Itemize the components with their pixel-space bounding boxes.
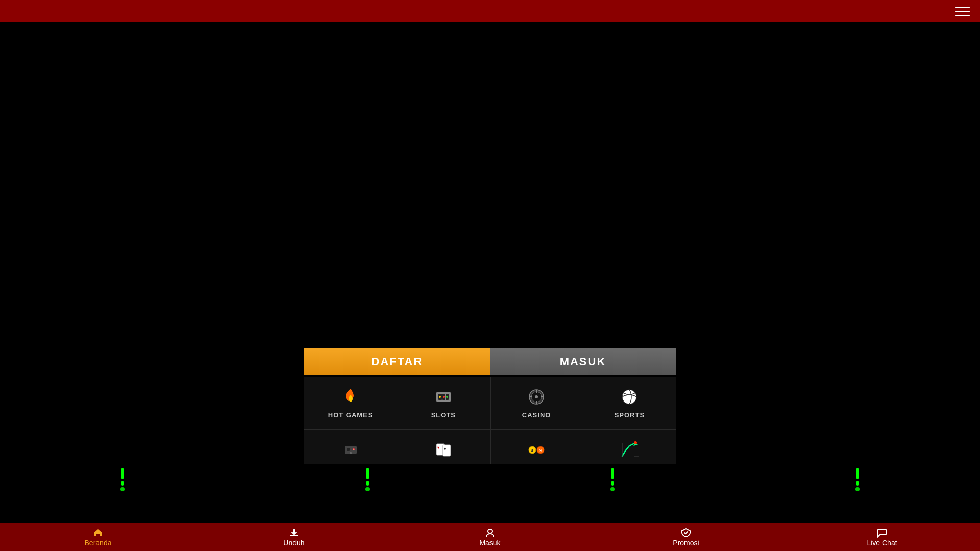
masuk-button[interactable]: MASUK (490, 348, 676, 375)
svg-point-4 (439, 396, 441, 398)
green-bar-short-4 (856, 481, 859, 486)
live-chat-label: Live Chat (867, 539, 897, 547)
chat-icon (877, 528, 887, 538)
game-item-slots[interactable]: SLOTS (397, 377, 489, 429)
svg-point-32 (488, 529, 492, 533)
nav-item-masuk[interactable]: Masuk (392, 523, 588, 551)
svg-text:♥: ♥ (437, 445, 440, 450)
green-bar-tall-3 (611, 468, 614, 479)
beranda-label: Beranda (85, 539, 112, 547)
slots-label: SLOTS (431, 411, 456, 419)
game-item-hot-games[interactable]: HOT GAMES (304, 377, 397, 429)
svg-rect-16 (347, 448, 350, 451)
indicator-group-4 (855, 468, 860, 491)
nav-item-live-chat[interactable]: Live Chat (784, 523, 980, 551)
green-bar-short-1 (121, 481, 124, 486)
green-bar-tall-2 (366, 468, 369, 479)
crash-icon (619, 440, 640, 460)
svg-point-29 (634, 441, 637, 444)
green-bar-short-2 (366, 481, 369, 486)
green-dot-2 (365, 487, 370, 491)
masuk-nav-label: Masuk (479, 539, 500, 547)
center-panel: DAFTAR MASUK HOT GAMES (304, 348, 676, 482)
download-icon (289, 528, 299, 538)
hot-games-label: HOT GAMES (328, 411, 373, 419)
arcade-icon (340, 440, 361, 460)
green-bar-tall-1 (121, 468, 124, 479)
nav-item-unduh[interactable]: Unduh (196, 523, 392, 551)
nav-item-beranda[interactable]: Beranda (0, 523, 196, 551)
slots-icon (433, 387, 454, 407)
sports-icon (619, 387, 640, 407)
svg-point-6 (446, 396, 448, 398)
nav-item-promosi[interactable]: Promosi (588, 523, 784, 551)
svg-point-14 (622, 390, 636, 404)
game-item-casino[interactable]: CASINO (491, 377, 583, 429)
green-dot-3 (610, 487, 615, 491)
casino-icon (526, 387, 547, 407)
game-item-sports[interactable]: SPORTS (583, 377, 676, 429)
indicator-area (0, 464, 980, 495)
fire-icon (340, 387, 361, 407)
top-header (0, 0, 980, 22)
svg-point-9 (535, 395, 538, 398)
green-bar-tall-4 (856, 468, 859, 479)
unduh-label: Unduh (283, 539, 304, 547)
promosi-label: Promosi (673, 539, 699, 547)
promosi-icon (681, 528, 691, 538)
svg-point-5 (443, 396, 445, 398)
home-icon (93, 528, 103, 538)
main-content: DAFTAR MASUK HOT GAMES (0, 22, 980, 523)
green-bar-short-3 (611, 481, 614, 486)
auth-buttons: DAFTAR MASUK (304, 348, 676, 375)
svg-text:9: 9 (539, 448, 542, 453)
svg-rect-19 (350, 452, 352, 454)
svg-text:4: 4 (531, 448, 533, 453)
indicator-group-2 (365, 468, 370, 491)
bottom-nav: Beranda Unduh Masuk Promosi (0, 523, 980, 551)
green-dot-1 (120, 487, 125, 491)
svg-point-18 (353, 449, 354, 450)
login-icon (485, 528, 495, 538)
indicator-group-1 (120, 468, 125, 491)
green-dot-4 (855, 487, 860, 491)
poker-icon: ♥ ♠ (433, 440, 454, 460)
hamburger-menu-button[interactable] (955, 7, 970, 16)
togel-icon: 4 9 (526, 440, 547, 460)
daftar-button[interactable]: DAFTAR (304, 348, 490, 375)
sports-label: SPORTS (615, 411, 645, 419)
indicator-group-3 (610, 468, 615, 491)
casino-label: CASINO (522, 411, 551, 419)
